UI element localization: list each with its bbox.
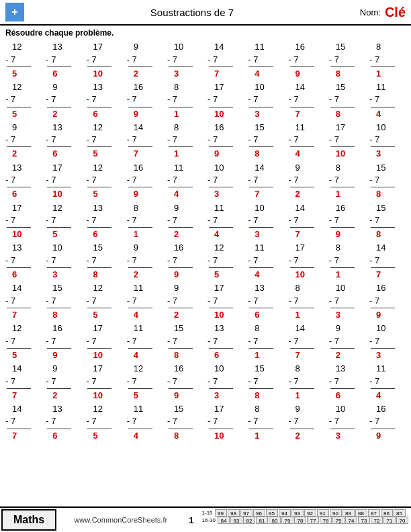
prob-line — [7, 348, 31, 349]
prob-answer: 10 — [86, 390, 102, 402]
prob-subtrahend: - 7 — [46, 134, 56, 146]
prob-answer: 3 — [329, 309, 340, 321]
prob-top: 10 — [208, 161, 224, 175]
prob-line — [128, 308, 152, 308]
prob-line — [47, 429, 71, 429]
problem-cell: 14- 77 — [289, 322, 325, 361]
score-cell: 84 — [218, 517, 230, 524]
score-table: 1-1599989796959493929190898887868516-308… — [199, 508, 411, 532]
prob-line — [87, 429, 111, 429]
prob-answer: 1 — [248, 430, 259, 442]
prob-answer: 3 — [208, 188, 219, 200]
prob-answer: 6 — [46, 148, 57, 160]
prob-top: 15 — [248, 121, 264, 134]
prob-subtrahend: - 7 — [369, 93, 379, 105]
prob-line — [290, 348, 314, 349]
prob-subtrahend: - 7 — [329, 214, 339, 226]
prob-top: 13 — [86, 202, 102, 215]
prob-line — [128, 267, 152, 268]
prob-answer: 3 — [369, 148, 381, 160]
prob-line — [209, 267, 233, 268]
prob-line — [371, 348, 395, 349]
problem-cell: 11- 74 — [248, 40, 284, 80]
prob-answer: 4 — [248, 269, 259, 281]
prob-top: 16 — [167, 362, 183, 375]
prob-line — [371, 187, 395, 187]
prob-answer: 3 — [46, 269, 57, 281]
prob-subtrahend: - 7 — [5, 214, 15, 226]
prob-subtrahend: - 7 — [86, 93, 96, 105]
problem-cell: 11- 74 — [127, 281, 163, 321]
prob-line — [128, 146, 152, 147]
prob-answer: 10 — [289, 269, 305, 281]
problem-cell: 12- 75 — [86, 161, 122, 201]
prob-subtrahend: - 7 — [289, 255, 299, 267]
prob-answer: 9 — [167, 269, 179, 281]
prob-top: 9 — [46, 362, 57, 375]
prob-subtrahend: - 7 — [248, 335, 258, 347]
prob-line — [169, 227, 193, 228]
prob-answer: 8 — [167, 349, 179, 361]
problem-cell: 9- 72 — [289, 161, 325, 201]
prob-subtrahend: - 7 — [248, 134, 258, 146]
problem-cell: 8- 71 — [289, 362, 325, 402]
prob-line — [209, 348, 233, 349]
problem-cell: 17- 710 — [86, 322, 122, 361]
problem-cell: 10- 73 — [208, 161, 244, 201]
prob-subtrahend: - 7 — [208, 134, 218, 146]
problem-row-0: 12- 7513- 7617- 7109- 7210- 7314- 7711- … — [1, 40, 410, 80]
prob-subtrahend: - 7 — [127, 255, 137, 267]
prob-top: 11 — [208, 202, 224, 215]
prob-subtrahend: - 7 — [369, 335, 379, 347]
prob-line — [249, 308, 273, 308]
prob-line — [47, 267, 71, 268]
problem-cell: 13- 76 — [46, 402, 82, 442]
prob-line — [128, 388, 152, 389]
problem-cell: 13- 76 — [208, 322, 244, 361]
prob-line — [330, 267, 355, 268]
prob-top: 14 — [289, 202, 305, 215]
problem-cell: 17- 710 — [289, 241, 325, 281]
prob-answer: 4 — [127, 349, 138, 361]
prob-top: 16 — [127, 81, 143, 94]
problem-cell: 15- 78 — [167, 402, 203, 442]
prob-answer: 1 — [167, 108, 179, 120]
prob-subtrahend: - 7 — [248, 54, 258, 66]
problem-cell: 11- 74 — [248, 241, 284, 281]
problem-cell: 11- 74 — [167, 161, 203, 201]
problem-cell: 10- 73 — [46, 241, 82, 281]
prob-top: 17 — [289, 241, 305, 255]
prob-top: 11 — [289, 121, 305, 134]
prob-top: 17 — [208, 81, 224, 94]
prob-top: 8 — [329, 241, 340, 255]
problem-cell: 8- 71 — [289, 281, 325, 321]
prob-line — [87, 267, 111, 268]
prob-line — [209, 388, 233, 389]
prob-line — [209, 308, 233, 308]
prob-subtrahend: - 7 — [167, 375, 177, 388]
prob-answer: 7 — [208, 68, 219, 80]
problem-cell: 9- 72 — [5, 121, 42, 161]
score-cell: 94 — [279, 509, 291, 517]
prob-answer: 5 — [86, 309, 97, 321]
prob-subtrahend: - 7 — [208, 255, 218, 267]
problem-row-9: 14- 7713- 7612- 7511- 7415- 7817- 7108- … — [1, 402, 410, 442]
prob-line — [128, 348, 152, 349]
problem-cell: 9- 72 — [329, 322, 365, 361]
problem-cell: 12- 75 — [5, 322, 42, 361]
prob-top: 14 — [127, 121, 143, 134]
prob-top: 14 — [369, 241, 385, 255]
prob-answer: 2 — [289, 188, 300, 200]
prob-answer: 3 — [329, 430, 340, 442]
prob-answer: 3 — [208, 390, 219, 402]
score-row: 16-30848382818079787776757473727170 — [202, 517, 408, 524]
prob-line — [47, 146, 71, 147]
prob-subtrahend: - 7 — [329, 335, 339, 347]
prob-line — [290, 146, 314, 147]
prob-top: 10 — [329, 281, 345, 295]
problem-cell: 15- 78 — [329, 40, 365, 80]
prob-answer: 10 — [208, 309, 224, 321]
problem-cell: 12- 75 — [127, 362, 163, 402]
prob-subtrahend: - 7 — [369, 174, 379, 186]
prob-answer: 8 — [329, 108, 340, 120]
